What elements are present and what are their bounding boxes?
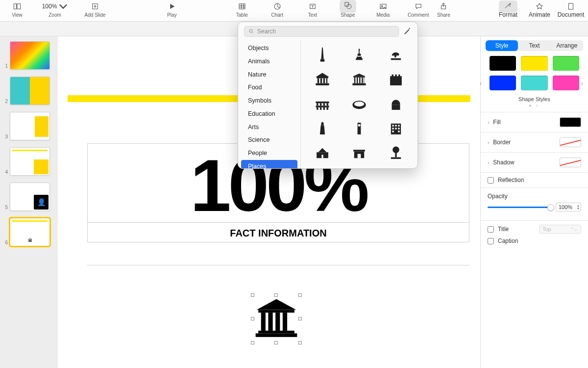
svg-rect-29 xyxy=(316,83,329,85)
title-position-dropdown[interactable]: Top⌃⌄ xyxy=(539,225,581,234)
svg-rect-50 xyxy=(392,105,400,110)
slide-thumb-2[interactable]: 2 xyxy=(4,77,54,105)
svg-rect-24 xyxy=(317,77,328,79)
tab-text[interactable]: Text xyxy=(518,40,550,51)
reflection-checkbox[interactable] xyxy=(488,177,494,184)
inspector-tabs[interactable]: Style Text Arrange xyxy=(486,40,583,51)
comment-button[interactable]: Comment xyxy=(405,1,432,18)
tab-style[interactable]: Style xyxy=(486,40,518,51)
shape-office-icon[interactable] xyxy=(380,117,413,140)
cat-arts[interactable]: Arts xyxy=(241,121,297,134)
document-tab-button[interactable]: Document xyxy=(558,1,584,18)
fill-color-well[interactable] xyxy=(560,117,581,127)
shape-aqueduct-icon[interactable] xyxy=(306,93,339,115)
svg-rect-11 xyxy=(569,3,573,9)
shape-colosseum-icon[interactable] xyxy=(343,93,375,115)
cat-people[interactable]: People xyxy=(241,147,297,160)
opacity-slider[interactable] xyxy=(488,207,551,208)
zoom-dropdown[interactable]: 100% Zoom xyxy=(39,1,71,18)
svg-point-49 xyxy=(354,102,364,106)
chevron-right-icon: › xyxy=(488,120,489,125)
shape-lighthouse-icon[interactable] xyxy=(306,117,339,140)
shape-equestrian-icon[interactable] xyxy=(380,44,413,66)
shapes-search-input[interactable]: Search xyxy=(244,26,399,37)
shape-park-icon[interactable] xyxy=(380,142,413,164)
shape-barn-icon[interactable] xyxy=(306,166,339,168)
svg-rect-3 xyxy=(239,4,245,9)
add-slide-button[interactable]: Add Slide xyxy=(79,1,111,18)
selection-handles[interactable] xyxy=(251,293,302,344)
media-button[interactable]: Media xyxy=(370,1,396,18)
swatch-blue[interactable] xyxy=(490,76,516,90)
shape-button[interactable]: Shape xyxy=(335,1,361,18)
format-inspector: ‹ › Style Text Arrange Shape Styles ● ○ … xyxy=(480,36,588,368)
border-well[interactable] xyxy=(560,137,581,147)
share-button[interactable]: Share xyxy=(432,1,456,18)
svg-rect-57 xyxy=(392,125,394,126)
svg-rect-31 xyxy=(353,76,365,78)
style-prev-icon[interactable]: ‹ xyxy=(477,79,485,87)
reflection-row[interactable]: Reflection xyxy=(481,173,588,187)
shape-obelisk-icon[interactable] xyxy=(306,44,339,66)
border-row[interactable]: › Border xyxy=(481,132,588,152)
swatch-black[interactable] xyxy=(490,56,516,71)
svg-rect-0 xyxy=(14,4,16,9)
shape-statue-icon[interactable] xyxy=(343,44,375,66)
shape-clocktower-icon[interactable] xyxy=(343,117,375,140)
swatch-yellow[interactable] xyxy=(521,56,547,71)
cat-places[interactable]: Places xyxy=(241,160,297,168)
cat-symbols[interactable]: Symbols xyxy=(241,94,297,107)
shadow-well[interactable] xyxy=(560,158,581,167)
chart-button[interactable]: Chart xyxy=(264,1,291,18)
shape-categories[interactable]: Objects Animals Nature Food Symbols Educ… xyxy=(238,41,301,168)
chevron-right-icon: › xyxy=(488,140,489,145)
shape-parthenon-icon[interactable] xyxy=(343,68,375,91)
shape-observatory-icon[interactable] xyxy=(380,93,413,115)
svg-rect-34 xyxy=(359,78,361,83)
slide-thumb-3[interactable]: 3 xyxy=(4,112,54,140)
shape-school-icon[interactable] xyxy=(306,142,339,164)
fill-row[interactable]: › Fill xyxy=(481,112,588,132)
stepper-icon[interactable]: ▲▼ xyxy=(577,204,580,210)
swatch-green[interactable] xyxy=(553,56,579,71)
format-tab-button[interactable]: Format xyxy=(495,1,521,18)
shape-storefront-icon[interactable] xyxy=(343,166,375,168)
style-next-icon[interactable]: › xyxy=(578,79,586,87)
table-button[interactable]: Table xyxy=(229,1,255,18)
svg-rect-45 xyxy=(320,107,321,110)
slide-thumb-5[interactable]: 5 👤 xyxy=(4,183,54,211)
cat-nature[interactable]: Nature xyxy=(241,68,297,81)
slide-thumb-6[interactable]: 6 🏛 xyxy=(4,218,54,246)
draw-shape-icon[interactable] xyxy=(403,27,412,36)
swatch-pink[interactable] xyxy=(553,76,579,90)
cat-science[interactable]: Science xyxy=(241,133,297,147)
svg-marker-52 xyxy=(320,125,325,134)
play-button[interactable]: Play xyxy=(160,1,184,18)
svg-rect-62 xyxy=(398,128,400,129)
view-button[interactable]: View xyxy=(4,1,30,18)
title-checkbox[interactable] xyxy=(488,226,494,233)
selected-building-shape[interactable] xyxy=(254,296,299,342)
cat-objects[interactable]: Objects xyxy=(241,42,297,55)
caption-checkbox[interactable] xyxy=(488,238,494,244)
text-button[interactable]: Text xyxy=(299,1,326,18)
cat-animals[interactable]: Animals xyxy=(241,55,297,68)
shape-shop-icon[interactable] xyxy=(343,142,375,164)
shape-bank-icon[interactable] xyxy=(306,68,339,91)
slide-thumb-4[interactable]: 4 xyxy=(4,147,54,176)
slide-navigator[interactable]: 1 2 3 4 5 👤 6 🏛 xyxy=(0,36,58,368)
cat-education[interactable]: Education xyxy=(241,107,297,121)
tab-arrange[interactable]: Arrange xyxy=(551,40,583,51)
svg-rect-26 xyxy=(320,78,321,83)
slide-thumb-1[interactable]: 1 xyxy=(4,41,54,70)
shape-castle-icon[interactable] xyxy=(380,68,413,91)
swatch-teal[interactable] xyxy=(521,76,547,90)
svg-rect-25 xyxy=(317,78,318,83)
shape-style-swatches[interactable] xyxy=(481,56,588,94)
shape-skyscraper-icon[interactable] xyxy=(380,166,413,168)
caption-label: Caption xyxy=(498,237,518,244)
cat-food[interactable]: Food xyxy=(241,81,297,94)
opacity-field[interactable]: 100% ▲▼ xyxy=(556,203,581,211)
shadow-row[interactable]: › Shadow xyxy=(481,153,588,172)
animate-tab-button[interactable]: Animate xyxy=(526,1,553,18)
